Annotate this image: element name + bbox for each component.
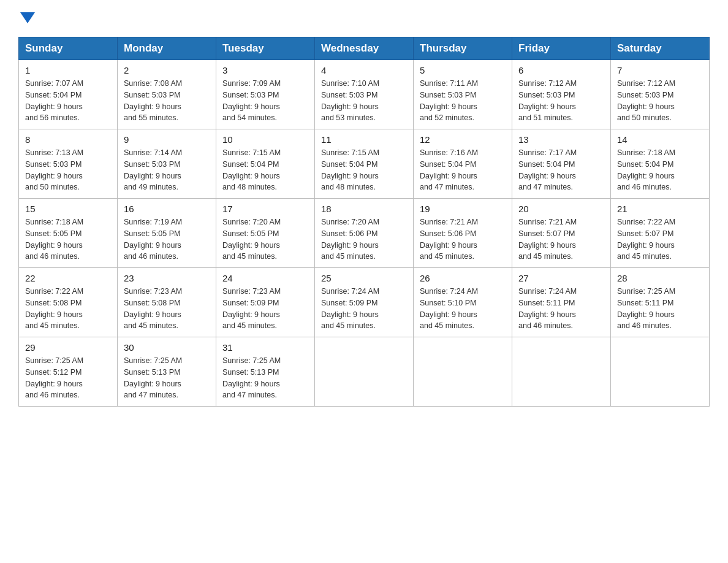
day-number: 31 xyxy=(222,342,308,353)
day-info: Sunrise: 7:13 AMSunset: 5:03 PMDaylight:… xyxy=(25,147,111,193)
day-number: 6 xyxy=(518,65,604,75)
day-number: 14 xyxy=(617,134,703,145)
page-header xyxy=(18,12,710,25)
calendar-cell: 25Sunrise: 7:24 AMSunset: 5:09 PMDayligh… xyxy=(315,268,414,337)
calendar-cell: 8Sunrise: 7:13 AMSunset: 5:03 PMDaylight… xyxy=(19,129,118,199)
day-number: 2 xyxy=(124,65,210,75)
calendar-cell: 12Sunrise: 7:16 AMSunset: 5:04 PMDayligh… xyxy=(414,129,512,199)
calendar-cell: 10Sunrise: 7:15 AMSunset: 5:04 PMDayligh… xyxy=(216,129,315,199)
day-number: 12 xyxy=(420,134,506,145)
day-number: 3 xyxy=(222,65,308,75)
day-number: 22 xyxy=(25,273,111,283)
calendar-cell: 11Sunrise: 7:15 AMSunset: 5:04 PMDayligh… xyxy=(315,129,414,199)
day-number: 18 xyxy=(321,204,407,214)
col-header-friday: Friday xyxy=(512,37,611,60)
day-info: Sunrise: 7:25 AMSunset: 5:12 PMDaylight:… xyxy=(25,355,111,401)
day-info: Sunrise: 7:14 AMSunset: 5:03 PMDaylight:… xyxy=(124,147,210,193)
calendar-cell xyxy=(414,337,512,407)
calendar-cell: 5Sunrise: 7:11 AMSunset: 5:03 PMDaylight… xyxy=(414,60,512,129)
day-info: Sunrise: 7:22 AMSunset: 5:08 PMDaylight:… xyxy=(25,286,111,332)
day-number: 8 xyxy=(25,134,111,145)
calendar-cell: 23Sunrise: 7:23 AMSunset: 5:08 PMDayligh… xyxy=(118,268,216,337)
day-info: Sunrise: 7:20 AMSunset: 5:06 PMDaylight:… xyxy=(321,216,407,262)
calendar-cell: 29Sunrise: 7:25 AMSunset: 5:12 PMDayligh… xyxy=(19,337,118,407)
calendar-cell xyxy=(611,337,710,407)
col-header-tuesday: Tuesday xyxy=(216,37,315,60)
day-info: Sunrise: 7:23 AMSunset: 5:08 PMDaylight:… xyxy=(124,286,210,332)
day-number: 7 xyxy=(617,65,703,75)
day-number: 10 xyxy=(222,134,308,145)
calendar-cell: 16Sunrise: 7:19 AMSunset: 5:05 PMDayligh… xyxy=(118,199,216,268)
day-number: 16 xyxy=(124,204,210,214)
logo-triangle-icon xyxy=(20,12,35,23)
calendar-cell: 4Sunrise: 7:10 AMSunset: 5:03 PMDaylight… xyxy=(315,60,414,129)
day-number: 28 xyxy=(617,273,703,283)
day-number: 21 xyxy=(617,204,703,214)
day-info: Sunrise: 7:24 AMSunset: 5:10 PMDaylight:… xyxy=(420,286,506,332)
calendar-cell: 19Sunrise: 7:21 AMSunset: 5:06 PMDayligh… xyxy=(414,199,512,268)
day-number: 26 xyxy=(420,273,506,283)
day-info: Sunrise: 7:21 AMSunset: 5:07 PMDaylight:… xyxy=(518,216,604,262)
week-row-5: 29Sunrise: 7:25 AMSunset: 5:12 PMDayligh… xyxy=(19,337,710,407)
calendar-cell: 17Sunrise: 7:20 AMSunset: 5:05 PMDayligh… xyxy=(216,199,315,268)
day-info: Sunrise: 7:08 AMSunset: 5:03 PMDaylight:… xyxy=(124,78,210,124)
col-header-monday: Monday xyxy=(118,37,216,60)
day-number: 29 xyxy=(25,342,111,353)
calendar-cell: 20Sunrise: 7:21 AMSunset: 5:07 PMDayligh… xyxy=(512,199,611,268)
calendar-cell: 7Sunrise: 7:12 AMSunset: 5:03 PMDaylight… xyxy=(611,60,710,129)
logo xyxy=(18,12,35,25)
day-info: Sunrise: 7:17 AMSunset: 5:04 PMDaylight:… xyxy=(518,147,604,193)
day-info: Sunrise: 7:22 AMSunset: 5:07 PMDaylight:… xyxy=(617,216,703,262)
day-number: 30 xyxy=(124,342,210,353)
calendar-cell: 28Sunrise: 7:25 AMSunset: 5:11 PMDayligh… xyxy=(611,268,710,337)
day-number: 9 xyxy=(124,134,210,145)
calendar-header-row: SundayMondayTuesdayWednesdayThursdayFrid… xyxy=(19,37,710,60)
day-info: Sunrise: 7:19 AMSunset: 5:05 PMDaylight:… xyxy=(124,216,210,262)
calendar-cell: 30Sunrise: 7:25 AMSunset: 5:13 PMDayligh… xyxy=(118,337,216,407)
day-info: Sunrise: 7:12 AMSunset: 5:03 PMDaylight:… xyxy=(617,78,703,124)
day-number: 20 xyxy=(518,204,604,214)
day-info: Sunrise: 7:25 AMSunset: 5:13 PMDaylight:… xyxy=(124,355,210,401)
col-header-sunday: Sunday xyxy=(19,37,118,60)
day-info: Sunrise: 7:24 AMSunset: 5:09 PMDaylight:… xyxy=(321,286,407,332)
calendar-cell: 1Sunrise: 7:07 AMSunset: 5:04 PMDaylight… xyxy=(19,60,118,129)
day-info: Sunrise: 7:09 AMSunset: 5:03 PMDaylight:… xyxy=(222,78,308,124)
day-number: 1 xyxy=(25,65,111,75)
week-row-2: 8Sunrise: 7:13 AMSunset: 5:03 PMDaylight… xyxy=(19,129,710,199)
day-info: Sunrise: 7:16 AMSunset: 5:04 PMDaylight:… xyxy=(420,147,506,193)
day-number: 17 xyxy=(222,204,308,214)
calendar-cell: 13Sunrise: 7:17 AMSunset: 5:04 PMDayligh… xyxy=(512,129,611,199)
day-info: Sunrise: 7:07 AMSunset: 5:04 PMDaylight:… xyxy=(25,78,111,124)
calendar-cell: 3Sunrise: 7:09 AMSunset: 5:03 PMDaylight… xyxy=(216,60,315,129)
col-header-wednesday: Wednesday xyxy=(315,37,414,60)
day-number: 11 xyxy=(321,134,407,145)
calendar-cell: 27Sunrise: 7:24 AMSunset: 5:11 PMDayligh… xyxy=(512,268,611,337)
week-row-1: 1Sunrise: 7:07 AMSunset: 5:04 PMDaylight… xyxy=(19,60,710,129)
day-info: Sunrise: 7:10 AMSunset: 5:03 PMDaylight:… xyxy=(321,78,407,124)
day-info: Sunrise: 7:18 AMSunset: 5:04 PMDaylight:… xyxy=(617,147,703,193)
calendar-cell xyxy=(512,337,611,407)
week-row-3: 15Sunrise: 7:18 AMSunset: 5:05 PMDayligh… xyxy=(19,199,710,268)
day-info: Sunrise: 7:21 AMSunset: 5:06 PMDaylight:… xyxy=(420,216,506,262)
calendar-cell: 2Sunrise: 7:08 AMSunset: 5:03 PMDaylight… xyxy=(118,60,216,129)
calendar-cell: 18Sunrise: 7:20 AMSunset: 5:06 PMDayligh… xyxy=(315,199,414,268)
day-info: Sunrise: 7:24 AMSunset: 5:11 PMDaylight:… xyxy=(518,286,604,332)
week-row-4: 22Sunrise: 7:22 AMSunset: 5:08 PMDayligh… xyxy=(19,268,710,337)
calendar-cell: 9Sunrise: 7:14 AMSunset: 5:03 PMDaylight… xyxy=(118,129,216,199)
calendar-cell: 15Sunrise: 7:18 AMSunset: 5:05 PMDayligh… xyxy=(19,199,118,268)
day-info: Sunrise: 7:15 AMSunset: 5:04 PMDaylight:… xyxy=(222,147,308,193)
day-number: 19 xyxy=(420,204,506,214)
day-info: Sunrise: 7:23 AMSunset: 5:09 PMDaylight:… xyxy=(222,286,308,332)
day-info: Sunrise: 7:25 AMSunset: 5:13 PMDaylight:… xyxy=(222,355,308,401)
calendar-cell: 31Sunrise: 7:25 AMSunset: 5:13 PMDayligh… xyxy=(216,337,315,407)
col-header-thursday: Thursday xyxy=(414,37,512,60)
day-number: 25 xyxy=(321,273,407,283)
day-number: 13 xyxy=(518,134,604,145)
calendar-cell: 22Sunrise: 7:22 AMSunset: 5:08 PMDayligh… xyxy=(19,268,118,337)
calendar-cell: 24Sunrise: 7:23 AMSunset: 5:09 PMDayligh… xyxy=(216,268,315,337)
day-number: 5 xyxy=(420,65,506,75)
day-info: Sunrise: 7:20 AMSunset: 5:05 PMDaylight:… xyxy=(222,216,308,262)
day-number: 4 xyxy=(321,65,407,75)
calendar-cell xyxy=(315,337,414,407)
day-info: Sunrise: 7:15 AMSunset: 5:04 PMDaylight:… xyxy=(321,147,407,193)
